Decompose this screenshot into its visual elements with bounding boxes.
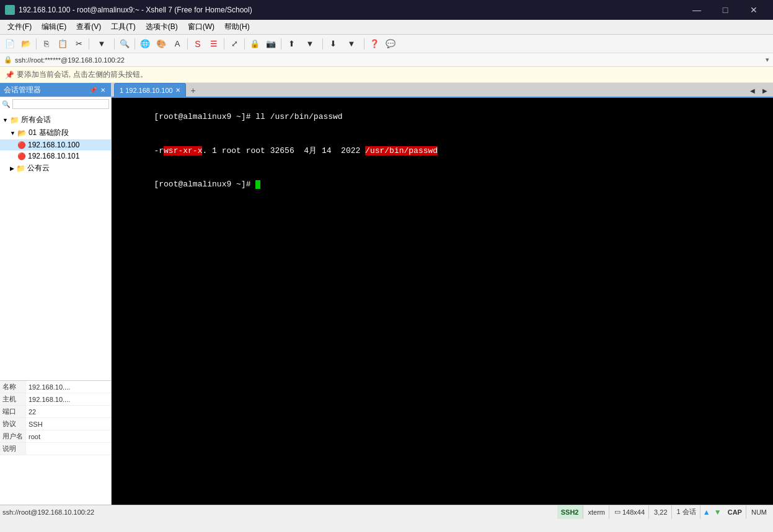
download-button[interactable]: ⬇ xyxy=(325,37,340,51)
info-value-host: 192.168.10.... xyxy=(26,395,73,404)
toolbar-sep-9 xyxy=(322,38,323,50)
toolbar-sep-5 xyxy=(187,38,188,50)
tree-item-label: 所有会话 xyxy=(21,115,51,125)
terminal-prompt-3: [root@almalinux9 ~]# xyxy=(154,180,255,189)
message-button[interactable]: 💬 xyxy=(383,37,398,51)
server-icon: 🔴 xyxy=(17,141,26,149)
connect-button[interactable]: 🌐 xyxy=(138,37,152,51)
lock-icon: 🔒 xyxy=(4,56,12,64)
session-search-input[interactable] xyxy=(12,99,109,109)
session-header-controls: 📌 ✕ xyxy=(89,85,107,94)
open-button[interactable]: 📂 xyxy=(19,37,33,51)
tree-item-server-101[interactable]: 🔴 192.168.10.101 xyxy=(0,150,111,162)
session-close-button[interactable]: ✕ xyxy=(99,85,107,94)
info-value-name: 192.168.10.... xyxy=(26,382,73,392)
folder-icon: 📁 xyxy=(10,116,19,124)
session-panel-title: 会话管理器 xyxy=(4,85,41,95)
info-row-protocol: 协议 SSH xyxy=(0,418,111,430)
find-button[interactable]: 🔍 xyxy=(117,37,132,51)
upload-menu-button[interactable]: ▼ xyxy=(300,37,320,51)
toolbar-sep-6 xyxy=(224,38,224,50)
arrow-up-icon: ▲ xyxy=(703,508,710,517)
xftp-button[interactable]: S xyxy=(190,37,205,51)
font-button[interactable]: A xyxy=(170,37,185,51)
info-label-protocol: 协议 xyxy=(0,418,26,430)
menu-view[interactable]: 查看(V) xyxy=(71,20,106,33)
tree-item-basic-stage[interactable]: ▼ 📂 01 基础阶段 xyxy=(0,126,111,139)
dimensions-icon: ▭ xyxy=(614,508,621,516)
paste-button[interactable]: 📋 xyxy=(55,37,70,51)
session-pin-button[interactable]: 📌 xyxy=(89,85,97,94)
color-scheme-button[interactable]: 🎨 xyxy=(154,37,169,51)
terminal-line-3: [root@almalinux9 ~]# xyxy=(115,168,769,202)
menu-file[interactable]: 文件(F) xyxy=(2,20,37,33)
cut-button[interactable]: ✂ xyxy=(71,37,86,51)
session-panel: 会话管理器 📌 ✕ 🔍 ▼ 📁 所有会话 ▼ 📂 01 基础阶段 xyxy=(0,83,112,505)
info-label-note: 说明 xyxy=(0,443,26,455)
upload-button[interactable]: ⬆ xyxy=(284,37,299,51)
help-button[interactable]: ❓ xyxy=(367,37,382,51)
window-title: 192.168.10.100 - root@almalinux9:~ - Xsh… xyxy=(19,6,252,14)
terminal-prompt-1: [root@almalinux9 ~]# xyxy=(154,112,255,121)
info-row-name: 名称 192.168.10.... xyxy=(0,381,111,393)
tab-close-button[interactable]: ✕ xyxy=(175,87,180,94)
tab-prev-button[interactable]: ◀ xyxy=(747,84,758,97)
tree-item-all-sessions[interactable]: ▼ 📁 所有会话 xyxy=(0,113,111,126)
info-label-name: 名称 xyxy=(0,381,26,393)
download-menu-button[interactable]: ▼ xyxy=(342,37,361,51)
terminal-highlight-path: /usr/bin/passwd xyxy=(365,146,438,155)
status-arrow-down[interactable]: ▼ xyxy=(713,505,723,519)
toolbar-sep-4 xyxy=(135,38,135,50)
server-icon: 🔴 xyxy=(17,152,26,160)
terminal-command-1: ll /usr/bin/passwd xyxy=(255,112,342,121)
terminal-content[interactable]: [root@almalinux9 ~]# ll /usr/bin/passwd … xyxy=(112,98,773,505)
status-xterm: xterm xyxy=(585,505,610,519)
terminal-cursor xyxy=(255,180,260,189)
xftp2-button[interactable]: ☰ xyxy=(206,37,221,51)
photo-button[interactable]: 📷 xyxy=(263,37,278,51)
tree-item-server-100[interactable]: 🔴 192.168.10.100 xyxy=(0,139,111,150)
lock-button[interactable]: 🔒 xyxy=(247,37,262,51)
search-icon: 🔍 xyxy=(2,100,11,108)
address-text: ssh://root:******@192.168.10.100:22 xyxy=(15,56,125,64)
session-list-button[interactable]: ▼ xyxy=(92,37,112,51)
toolbar-sep-3 xyxy=(114,38,115,50)
terminal-line-1: [root@almalinux9 ~]# ll /usr/bin/passwd xyxy=(115,100,769,134)
toolbar-sep-2 xyxy=(89,38,89,50)
expand-button[interactable]: ⤢ xyxy=(227,37,242,51)
status-arrow-up[interactable]: ▲ xyxy=(702,505,712,519)
menu-edit[interactable]: 编辑(E) xyxy=(37,20,71,33)
minimize-button[interactable]: — xyxy=(682,0,711,20)
toolbar-sep-7 xyxy=(244,38,245,50)
terminal-output-mid: . 1 root root 32656 4月 14 2022 xyxy=(202,146,365,155)
terminal-area: 1 192.168.10.100 ✕ + ◀ ▶ [root@almalinux… xyxy=(112,83,773,505)
status-num: NUM xyxy=(748,505,771,519)
maximize-button[interactable]: □ xyxy=(711,0,740,20)
folder-open-icon: 📂 xyxy=(17,129,27,137)
tree-expand-icon: ▼ xyxy=(10,130,15,136)
tree-item-label: 192.168.10.100 xyxy=(28,141,79,149)
info-value-protocol: SSH xyxy=(26,419,45,429)
tree-item-public-cloud[interactable]: ▶ 📁 公有云 xyxy=(0,162,111,175)
tree-expand-icon: ▶ xyxy=(10,165,14,172)
tab-next-button[interactable]: ▶ xyxy=(759,84,771,97)
toolbar-sep-1 xyxy=(36,38,37,50)
folder-icon: 📁 xyxy=(16,164,25,173)
info-value-note xyxy=(26,448,31,450)
close-button[interactable]: ✕ xyxy=(740,0,768,20)
new-session-button[interactable]: 📄 xyxy=(2,37,17,51)
address-dropdown[interactable]: ▾ xyxy=(766,56,769,64)
title-bar: 192.168.10.100 - root@almalinux9:~ - Xsh… xyxy=(0,0,773,20)
tab-add-button[interactable]: + xyxy=(187,84,200,97)
info-row-port: 端口 22 xyxy=(0,406,111,418)
toolbar-sep-8 xyxy=(281,38,281,50)
copy-button[interactable]: ⎘ xyxy=(39,37,54,51)
session-search: 🔍 xyxy=(0,97,111,111)
menu-tools[interactable]: 工具(T) xyxy=(106,20,140,33)
status-dimensions: ▭ 148x44 xyxy=(611,505,649,519)
menu-window[interactable]: 窗口(W) xyxy=(183,20,219,33)
menu-tab[interactable]: 选项卡(B) xyxy=(141,20,183,33)
menu-help[interactable]: 帮助(H) xyxy=(219,20,255,33)
tab-1[interactable]: 1 192.168.10.100 ✕ xyxy=(114,83,186,97)
toolbar: 📄 📂 ⎘ 📋 ✂ ▼ 🔍 🌐 🎨 A S ☰ ⤢ 🔒 📷 ⬆ ▼ ⬇ ▼ ❓ … xyxy=(0,35,773,53)
